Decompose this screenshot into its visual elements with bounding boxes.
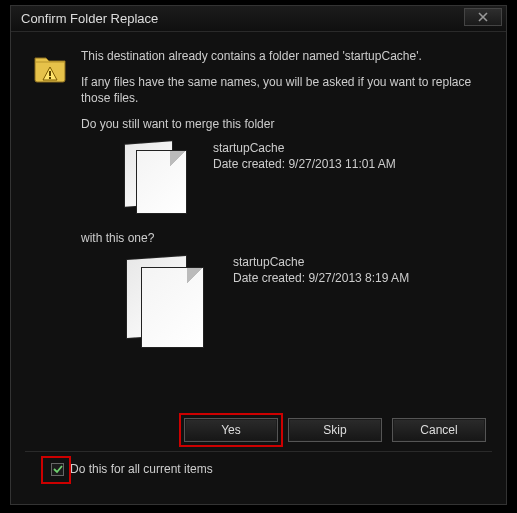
checkmark-icon bbox=[53, 464, 63, 474]
confirm-folder-replace-dialog: Confirm Folder Replace This destination … bbox=[10, 5, 507, 505]
merge-question: Do you still want to merge this folder bbox=[81, 117, 484, 131]
button-row: Yes Skip Cancel bbox=[184, 418, 486, 442]
dialog-content: This destination already contains a fold… bbox=[11, 32, 506, 504]
folder-thumbnail-icon bbox=[117, 139, 195, 217]
dest-folder-date: Date created: 9/27/2013 8:19 AM bbox=[233, 271, 409, 285]
close-icon bbox=[478, 12, 488, 22]
dest-folder-block: startupCache Date created: 9/27/2013 8:1… bbox=[117, 253, 484, 351]
message-existing-folder: This destination already contains a fold… bbox=[81, 48, 484, 64]
do-for-all-row: Do this for all current items bbox=[51, 462, 213, 476]
do-for-all-checkbox[interactable] bbox=[51, 463, 64, 476]
titlebar[interactable]: Confirm Folder Replace bbox=[11, 6, 506, 32]
dest-folder-name: startupCache bbox=[233, 255, 409, 269]
skip-button[interactable]: Skip bbox=[288, 418, 382, 442]
with-this-one-label: with this one? bbox=[81, 231, 484, 245]
source-folder-name: startupCache bbox=[213, 141, 396, 155]
svg-rect-2 bbox=[49, 77, 51, 79]
source-folder-date: Date created: 9/27/2013 11:01 AM bbox=[213, 157, 396, 171]
message-replace-warning: If any files have the same names, you wi… bbox=[81, 74, 484, 106]
do-for-all-label: Do this for all current items bbox=[70, 462, 213, 476]
close-button[interactable] bbox=[464, 8, 502, 26]
svg-rect-1 bbox=[49, 71, 51, 76]
yes-button[interactable]: Yes bbox=[184, 418, 278, 442]
warning-folder-icon bbox=[33, 50, 67, 84]
separator bbox=[25, 451, 492, 452]
folder-thumbnail-icon bbox=[117, 253, 215, 351]
cancel-button[interactable]: Cancel bbox=[392, 418, 486, 442]
source-folder-block: startupCache Date created: 9/27/2013 11:… bbox=[117, 139, 484, 217]
dialog-title: Confirm Folder Replace bbox=[21, 11, 500, 26]
